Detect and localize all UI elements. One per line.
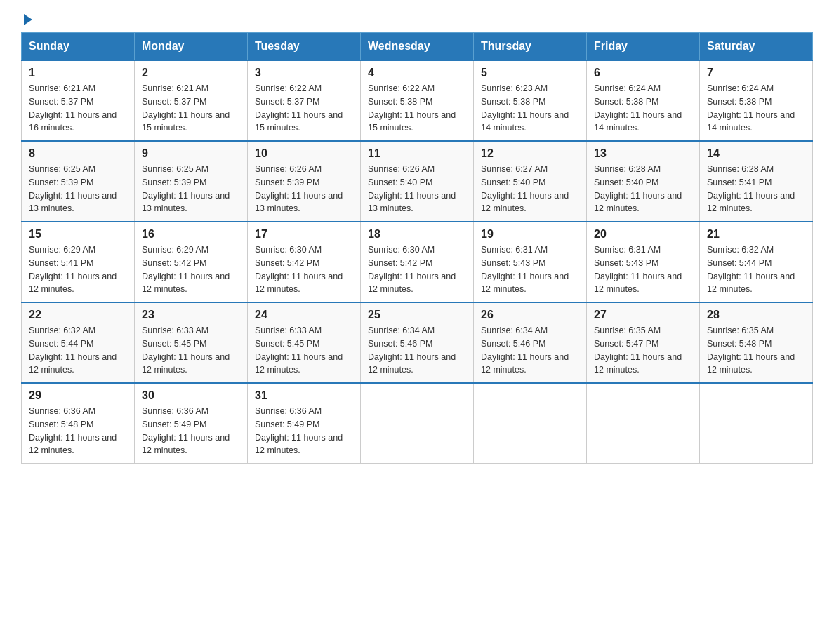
table-row: 4 Sunrise: 6:22 AMSunset: 5:38 PMDayligh…	[361, 60, 474, 141]
calendar-week-5: 29 Sunrise: 6:36 AMSunset: 5:48 PMDaylig…	[22, 383, 813, 464]
day-info: Sunrise: 6:30 AMSunset: 5:42 PMDaylight:…	[368, 243, 466, 296]
day-info: Sunrise: 6:31 AMSunset: 5:43 PMDaylight:…	[481, 243, 579, 296]
table-row: 25 Sunrise: 6:34 AMSunset: 5:46 PMDaylig…	[361, 302, 474, 383]
day-number: 30	[142, 389, 240, 402]
table-row: 18 Sunrise: 6:30 AMSunset: 5:42 PMDaylig…	[361, 222, 474, 302]
table-row: 5 Sunrise: 6:23 AMSunset: 5:38 PMDayligh…	[474, 60, 587, 141]
table-row: 17 Sunrise: 6:30 AMSunset: 5:42 PMDaylig…	[248, 222, 361, 302]
table-row: 31 Sunrise: 6:36 AMSunset: 5:49 PMDaylig…	[248, 383, 361, 464]
day-number: 5	[481, 67, 579, 79]
table-row: 30 Sunrise: 6:36 AMSunset: 5:49 PMDaylig…	[135, 383, 248, 464]
table-row: 22 Sunrise: 6:32 AMSunset: 5:44 PMDaylig…	[22, 302, 135, 383]
day-number: 10	[255, 147, 353, 160]
day-number: 8	[29, 147, 127, 160]
day-info: Sunrise: 6:27 AMSunset: 5:40 PMDaylight:…	[481, 163, 579, 215]
day-number: 21	[707, 228, 805, 241]
table-row: 10 Sunrise: 6:26 AMSunset: 5:39 PMDaylig…	[248, 141, 361, 222]
day-info: Sunrise: 6:33 AMSunset: 5:45 PMDaylight:…	[142, 324, 240, 377]
day-number: 14	[707, 147, 805, 160]
header-saturday: Saturday	[700, 33, 813, 61]
day-number: 15	[29, 228, 127, 241]
header-sunday: Sunday	[22, 33, 135, 61]
day-number: 29	[29, 389, 127, 402]
day-number: 6	[594, 67, 692, 79]
day-info: Sunrise: 6:36 AMSunset: 5:48 PMDaylight:…	[29, 405, 127, 457]
day-info: Sunrise: 6:22 AMSunset: 5:37 PMDaylight:…	[255, 82, 353, 135]
calendar-week-3: 15 Sunrise: 6:29 AMSunset: 5:41 PMDaylig…	[22, 222, 813, 302]
day-number: 28	[707, 309, 805, 321]
logo	[21, 14, 34, 25]
table-row: 28 Sunrise: 6:35 AMSunset: 5:48 PMDaylig…	[700, 302, 813, 383]
day-number: 7	[707, 67, 805, 79]
day-number: 2	[142, 67, 240, 79]
table-row: 26 Sunrise: 6:34 AMSunset: 5:46 PMDaylig…	[474, 302, 587, 383]
table-row: 21 Sunrise: 6:32 AMSunset: 5:44 PMDaylig…	[700, 222, 813, 302]
header-friday: Friday	[587, 33, 700, 61]
header-wednesday: Wednesday	[361, 33, 474, 61]
table-row	[587, 383, 700, 464]
day-info: Sunrise: 6:24 AMSunset: 5:38 PMDaylight:…	[707, 82, 805, 135]
day-info: Sunrise: 6:29 AMSunset: 5:42 PMDaylight:…	[142, 243, 240, 296]
day-number: 19	[481, 228, 579, 241]
day-number: 11	[368, 147, 466, 160]
header-thursday: Thursday	[474, 33, 587, 61]
day-number: 1	[29, 67, 127, 79]
day-number: 12	[481, 147, 579, 160]
day-number: 27	[594, 309, 692, 321]
table-row: 12 Sunrise: 6:27 AMSunset: 5:40 PMDaylig…	[474, 141, 587, 222]
day-info: Sunrise: 6:34 AMSunset: 5:46 PMDaylight:…	[368, 324, 466, 377]
table-row: 3 Sunrise: 6:22 AMSunset: 5:37 PMDayligh…	[248, 60, 361, 141]
header-tuesday: Tuesday	[248, 33, 361, 61]
day-info: Sunrise: 6:30 AMSunset: 5:42 PMDaylight:…	[255, 243, 353, 296]
header-row: Sunday Monday Tuesday Wednesday Thursday…	[22, 33, 813, 61]
day-number: 13	[594, 147, 692, 160]
day-info: Sunrise: 6:34 AMSunset: 5:46 PMDaylight:…	[481, 324, 579, 377]
day-info: Sunrise: 6:24 AMSunset: 5:38 PMDaylight:…	[594, 82, 692, 135]
day-number: 9	[142, 147, 240, 160]
day-info: Sunrise: 6:31 AMSunset: 5:43 PMDaylight:…	[594, 243, 692, 296]
day-number: 24	[255, 309, 353, 321]
calendar-week-1: 1 Sunrise: 6:21 AMSunset: 5:37 PMDayligh…	[22, 60, 813, 141]
day-number: 22	[29, 309, 127, 321]
table-row: 11 Sunrise: 6:26 AMSunset: 5:40 PMDaylig…	[361, 141, 474, 222]
day-info: Sunrise: 6:28 AMSunset: 5:40 PMDaylight:…	[594, 163, 692, 215]
day-info: Sunrise: 6:21 AMSunset: 5:37 PMDaylight:…	[142, 82, 240, 135]
table-row: 6 Sunrise: 6:24 AMSunset: 5:38 PMDayligh…	[587, 60, 700, 141]
table-row: 8 Sunrise: 6:25 AMSunset: 5:39 PMDayligh…	[22, 141, 135, 222]
table-row	[700, 383, 813, 464]
table-row: 13 Sunrise: 6:28 AMSunset: 5:40 PMDaylig…	[587, 141, 700, 222]
day-number: 26	[481, 309, 579, 321]
day-number: 4	[368, 67, 466, 79]
day-info: Sunrise: 6:28 AMSunset: 5:41 PMDaylight:…	[707, 163, 805, 215]
day-info: Sunrise: 6:21 AMSunset: 5:37 PMDaylight:…	[29, 82, 127, 135]
calendar-table: Sunday Monday Tuesday Wednesday Thursday…	[21, 32, 813, 464]
day-info: Sunrise: 6:35 AMSunset: 5:48 PMDaylight:…	[707, 324, 805, 377]
day-number: 17	[255, 228, 353, 241]
table-row: 1 Sunrise: 6:21 AMSunset: 5:37 PMDayligh…	[22, 60, 135, 141]
table-row: 24 Sunrise: 6:33 AMSunset: 5:45 PMDaylig…	[248, 302, 361, 383]
day-info: Sunrise: 6:32 AMSunset: 5:44 PMDaylight:…	[29, 324, 127, 377]
day-info: Sunrise: 6:36 AMSunset: 5:49 PMDaylight:…	[142, 405, 240, 457]
table-row: 14 Sunrise: 6:28 AMSunset: 5:41 PMDaylig…	[700, 141, 813, 222]
table-row: 7 Sunrise: 6:24 AMSunset: 5:38 PMDayligh…	[700, 60, 813, 141]
day-info: Sunrise: 6:22 AMSunset: 5:38 PMDaylight:…	[368, 82, 466, 135]
day-info: Sunrise: 6:26 AMSunset: 5:39 PMDaylight:…	[255, 163, 353, 215]
day-number: 23	[142, 309, 240, 321]
table-row	[474, 383, 587, 464]
table-row: 16 Sunrise: 6:29 AMSunset: 5:42 PMDaylig…	[135, 222, 248, 302]
table-row: 20 Sunrise: 6:31 AMSunset: 5:43 PMDaylig…	[587, 222, 700, 302]
day-info: Sunrise: 6:25 AMSunset: 5:39 PMDaylight:…	[29, 163, 127, 215]
day-number: 31	[255, 389, 353, 402]
header-monday: Monday	[135, 33, 248, 61]
table-row: 23 Sunrise: 6:33 AMSunset: 5:45 PMDaylig…	[135, 302, 248, 383]
table-row: 2 Sunrise: 6:21 AMSunset: 5:37 PMDayligh…	[135, 60, 248, 141]
logo-triangle-icon	[24, 14, 32, 25]
table-row: 9 Sunrise: 6:25 AMSunset: 5:39 PMDayligh…	[135, 141, 248, 222]
day-number: 25	[368, 309, 466, 321]
day-info: Sunrise: 6:33 AMSunset: 5:45 PMDaylight:…	[255, 324, 353, 377]
day-number: 16	[142, 228, 240, 241]
day-info: Sunrise: 6:25 AMSunset: 5:39 PMDaylight:…	[142, 163, 240, 215]
day-info: Sunrise: 6:23 AMSunset: 5:38 PMDaylight:…	[481, 82, 579, 135]
calendar-week-2: 8 Sunrise: 6:25 AMSunset: 5:39 PMDayligh…	[22, 141, 813, 222]
table-row: 15 Sunrise: 6:29 AMSunset: 5:41 PMDaylig…	[22, 222, 135, 302]
